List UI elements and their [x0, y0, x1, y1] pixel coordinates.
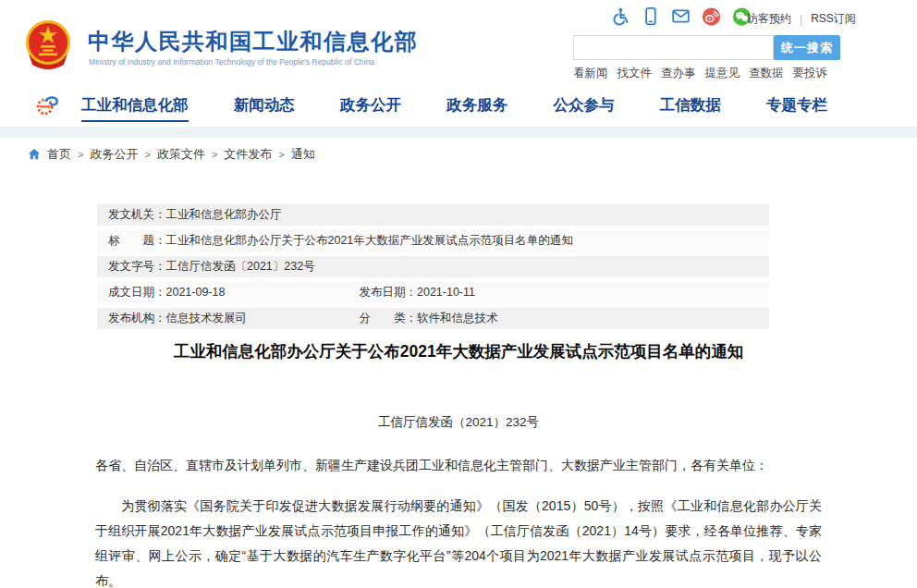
breadcrumb: 首页 > 政务公开 > 政策文件 > 文件发布 > 通知 — [28, 146, 315, 163]
article-title: 工业和信息化部办公厅关于公布2021年大数据产业发展试点示范项目名单的通知 — [95, 340, 822, 362]
breadcrumb-separator: > — [278, 149, 284, 160]
breadcrumb-policy-files[interactable]: 政策文件 — [157, 146, 205, 163]
breadcrumb-separator: > — [144, 149, 150, 160]
rss-subscribe-link[interactable]: RSS订阅 — [811, 11, 856, 27]
meta-value: 2021-10-11 — [417, 286, 475, 299]
article-salutation: 各省、自治区、直辖市及计划单列市、新疆生产建设兵团工业和信息化主管部门、大数据产… — [95, 458, 822, 474]
header-icon-bar — [610, 6, 752, 26]
link-divider: | — [800, 13, 802, 26]
unified-search-button[interactable]: 统一搜索 — [774, 35, 840, 60]
article-paragraph: 为贯彻落实《国务院关于印发促进大数据发展行动纲要的通知》（国发（2015）50号… — [95, 494, 822, 588]
meta-row-issuing-agency: 发文机关：工业和信息化部办公厅 — [97, 204, 769, 226]
meta-label: 发文机关： — [108, 208, 166, 221]
quick-link-files[interactable]: 找文件 — [617, 66, 653, 81]
quick-link-suggest[interactable]: 提意见 — [705, 66, 740, 81]
nav-items: 工业和信息化部 新闻动态 政务公开 政务服务 公众参与 工信数据 专题专栏 — [81, 95, 827, 122]
ministry-title-english: Ministry of Industry and Information Tec… — [89, 57, 374, 67]
nav-bottom-band — [0, 127, 917, 138]
visitor-appointment-link[interactable]: 访客预约 — [747, 11, 791, 27]
nav-item-gov-service[interactable]: 政务服务 — [446, 95, 507, 122]
national-emblem-logo — [25, 18, 71, 72]
quick-link-data[interactable]: 查数据 — [749, 66, 784, 81]
nav-item-public[interactable]: 公众参与 — [554, 95, 615, 122]
meta-label: 标 题： — [108, 234, 166, 247]
article-doc-number: 工信厅信发函（2021）232号 — [95, 414, 822, 431]
ministry-title: 中华人民共和国工业和信息化部 — [88, 27, 418, 56]
meta-value: 工业和信息化部办公厅 — [166, 208, 282, 221]
breadcrumb-separator: > — [78, 149, 83, 160]
miit-e-logo-icon — [34, 92, 60, 118]
meta-value: 工信厅信发函〔2021〕232号 — [166, 260, 315, 273]
meta-label: 发布机构： — [108, 312, 166, 325]
meta-value: 工业和信息化部办公厅关于公布2021年大数据产业发展试点示范项目名单的通知 — [166, 234, 573, 247]
nav-item-miit[interactable]: 工业和信息化部 — [81, 95, 189, 122]
quick-link-services[interactable]: 查办事 — [661, 66, 696, 81]
nav-item-data[interactable]: 工信数据 — [660, 95, 721, 122]
meta-label: 成文日期： — [108, 286, 166, 299]
breadcrumb-file-release[interactable]: 文件发布 — [224, 146, 272, 163]
meta-row-title: 标 题：工业和信息化部办公厅关于公布2021年大数据产业发展试点示范项目名单的通… — [97, 230, 769, 251]
document-meta-table: 发文机关：工业和信息化部办公厅 标 题：工业和信息化部办公厅关于公布2021年大… — [97, 204, 769, 334]
quick-link-complaint[interactable]: 要投诉 — [793, 66, 828, 81]
nav-item-gov-open[interactable]: 政务公开 — [340, 95, 401, 122]
breadcrumb-separator: > — [212, 149, 217, 160]
weibo-icon[interactable] — [702, 6, 721, 26]
meta-value: 2021-09-18 — [166, 286, 226, 299]
accessibility-icon[interactable] — [610, 6, 630, 26]
mail-icon[interactable] — [671, 6, 691, 26]
meta-label: 发文字号： — [108, 260, 166, 273]
home-icon[interactable] — [28, 148, 41, 161]
main-nav: 工业和信息化部 新闻动态 政务公开 政务服务 公众参与 工信数据 专题专栏 — [0, 85, 917, 127]
quick-links-bar: 看新闻 找文件 查办事 提意见 查数据 要投诉 — [573, 66, 827, 81]
quick-link-news[interactable]: 看新闻 — [573, 66, 608, 81]
meta-label: 发布日期： — [359, 286, 417, 299]
page: 中华人民共和国工业和信息化部 Ministry of Industry and … — [0, 0, 917, 588]
header-text-links: 访客预约 | RSS订阅 — [747, 11, 856, 27]
meta-row-doc-number: 发文字号：工信厅信发函〔2021〕232号 — [97, 256, 769, 277]
breadcrumb-gov-open[interactable]: 政务公开 — [90, 146, 138, 163]
search-input[interactable] — [573, 35, 774, 60]
breadcrumb-notice[interactable]: 通知 — [291, 146, 315, 163]
meta-row-publisher: 发布机构：信息技术发展司 分 类：软件和信息技术 — [97, 308, 769, 329]
meta-value: 软件和信息技术 — [417, 312, 498, 325]
breadcrumb-home[interactable]: 首页 — [47, 146, 71, 163]
meta-label: 分 类： — [359, 312, 417, 325]
mobile-icon[interactable] — [641, 6, 660, 26]
meta-value: 信息技术发展司 — [166, 312, 248, 325]
nav-item-news[interactable]: 新闻动态 — [234, 95, 295, 122]
nav-item-special[interactable]: 专题专栏 — [766, 95, 827, 122]
meta-row-dates: 成文日期：2021-09-18 发布日期：2021-10-11 — [97, 282, 769, 303]
